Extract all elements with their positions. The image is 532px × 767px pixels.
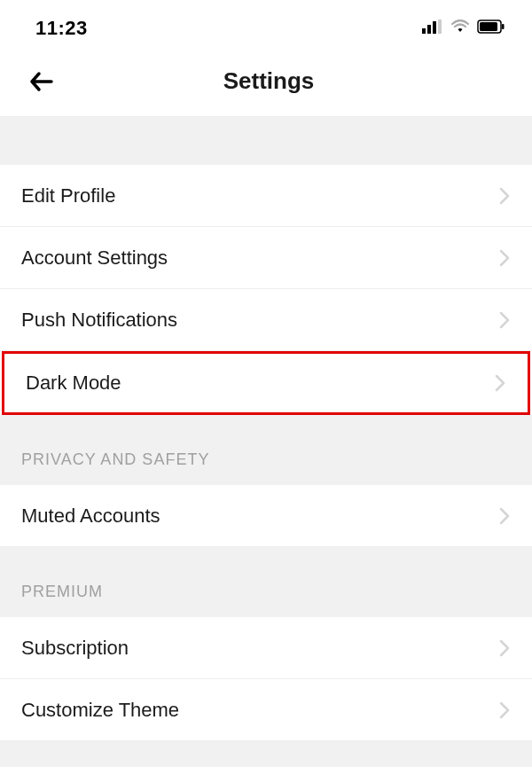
page-header: Settings xyxy=(0,50,532,117)
battery-icon xyxy=(477,20,505,37)
list-item-label: Edit Profile xyxy=(21,184,115,207)
list-item-label: Customize Theme xyxy=(21,699,179,722)
settings-item-customize-theme[interactable]: Customize Theme xyxy=(0,679,532,741)
chevron-right-icon xyxy=(498,506,511,526)
settings-item-dark-mode[interactable]: Dark Mode xyxy=(2,351,530,415)
status-time: 11:23 xyxy=(35,17,88,40)
chevron-right-icon xyxy=(498,248,511,268)
list-item-label: Muted Accounts xyxy=(21,505,160,528)
chevron-right-icon xyxy=(498,700,511,720)
svg-rect-0 xyxy=(422,28,426,34)
section-header-premium: PREMIUM xyxy=(0,547,532,617)
wifi-icon xyxy=(450,20,470,37)
cellular-signal-icon xyxy=(422,20,443,37)
list-item-label: Subscription xyxy=(21,637,129,660)
settings-item-muted-accounts[interactable]: Muted Accounts xyxy=(0,485,532,547)
settings-item-account-settings[interactable]: Account Settings xyxy=(0,227,532,289)
svg-rect-1 xyxy=(427,25,431,34)
settings-item-subscription[interactable]: Subscription xyxy=(0,617,532,679)
chevron-right-icon xyxy=(498,310,511,330)
settings-item-push-notifications[interactable]: Push Notifications xyxy=(0,289,532,351)
settings-item-edit-profile[interactable]: Edit Profile xyxy=(0,165,532,227)
svg-rect-5 xyxy=(480,22,497,31)
section-header-privacy: PRIVACY AND SAFETY xyxy=(0,415,532,485)
back-button[interactable] xyxy=(27,67,57,97)
svg-rect-3 xyxy=(438,20,442,34)
status-bar: 11:23 xyxy=(0,0,532,50)
svg-rect-2 xyxy=(433,21,436,34)
arrow-left-icon xyxy=(27,67,57,97)
section-gap xyxy=(0,741,532,767)
list-item-label: Account Settings xyxy=(21,247,168,270)
chevron-right-icon xyxy=(498,186,511,206)
section-gap xyxy=(0,117,532,165)
page-title: Settings xyxy=(27,67,511,95)
chevron-right-icon xyxy=(498,638,511,658)
status-icons xyxy=(422,20,505,37)
list-item-label: Dark Mode xyxy=(26,372,121,395)
svg-rect-6 xyxy=(502,24,505,29)
list-item-label: Push Notifications xyxy=(21,309,177,332)
chevron-right-icon xyxy=(494,373,506,393)
